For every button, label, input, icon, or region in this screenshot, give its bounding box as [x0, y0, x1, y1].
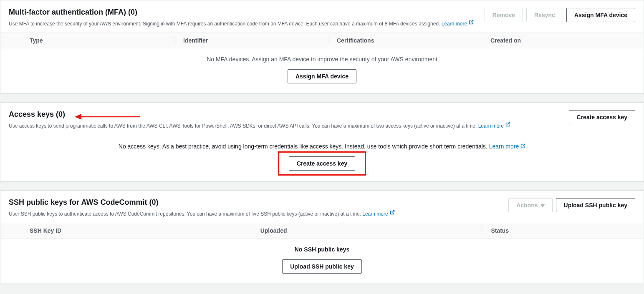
ssh-keys-learn-more-link[interactable]: Learn more	[362, 211, 388, 217]
ssh-keys-panel: SSH public keys for AWS CodeCommit (0) U…	[0, 190, 644, 284]
create-access-key-button[interactable]: Create access key	[569, 110, 635, 124]
access-keys-empty-learn-more-link[interactable]: Learn more	[489, 143, 519, 150]
mfa-title: Multi-factor authentication (MFA) (0)	[9, 8, 485, 17]
mfa-description: Use MFA to increase the security of your…	[9, 19, 485, 28]
ssh-col-id: SSH Key ID	[30, 227, 252, 234]
mfa-panel: Multi-factor authentication (MFA) (0) Us…	[0, 0, 644, 94]
caret-down-icon	[540, 201, 545, 209]
external-link-icon	[505, 121, 510, 129]
assign-mfa-device-empty-button[interactable]: Assign MFA device	[288, 69, 356, 83]
ssh-col-status: Status	[482, 227, 635, 234]
access-keys-title: Access keys (0)	[9, 110, 569, 119]
ssh-keys-description: User SSH public keys to authenticate acc…	[9, 209, 508, 218]
mfa-col-created: Created on	[482, 37, 635, 44]
ssh-col-uploaded: Uploaded	[252, 227, 482, 234]
mfa-col-type: Type	[30, 37, 174, 44]
resync-button[interactable]: Resync	[526, 8, 563, 22]
ssh-empty-message: No SSH public keys	[9, 246, 635, 253]
create-access-key-highlight: Create access key	[289, 156, 355, 171]
mfa-col-certifications: Certifications	[328, 37, 482, 44]
mfa-table-header: Type Identifier Certifications Created o…	[0, 33, 644, 48]
upload-ssh-key-button[interactable]: Upload SSH public key	[556, 198, 635, 212]
external-link-icon	[390, 209, 395, 217]
create-access-key-empty-button[interactable]: Create access key	[289, 156, 355, 171]
access-keys-header: Access keys (0) Use access keys to send …	[0, 103, 644, 135]
actions-dropdown-button[interactable]: Actions	[508, 198, 552, 212]
ssh-keys-title: SSH public keys for AWS CodeCommit (0)	[9, 198, 508, 207]
mfa-empty-message: No MFA devices. Assign an MFA device to …	[9, 56, 635, 63]
ssh-keys-header: SSH public keys for AWS CodeCommit (0) U…	[0, 191, 644, 223]
ssh-table-header: SSH Key ID Uploaded Status	[0, 223, 644, 239]
remove-button[interactable]: Remove	[485, 8, 523, 22]
access-keys-empty-message: No access keys. As a best practice, avoi…	[0, 135, 644, 150]
assign-mfa-device-button[interactable]: Assign MFA device	[566, 8, 635, 22]
external-link-icon	[520, 143, 525, 150]
mfa-col-identifier: Identifier	[174, 37, 328, 44]
mfa-empty-state: No MFA devices. Assign an MFA device to …	[0, 48, 644, 93]
ssh-empty-state: No SSH public keys Upload SSH public key	[0, 239, 644, 284]
access-keys-panel: Access keys (0) Use access keys to send …	[0, 102, 644, 182]
svg-marker-2	[540, 204, 545, 207]
mfa-panel-header: Multi-factor authentication (MFA) (0) Us…	[0, 0, 644, 33]
upload-ssh-key-empty-button[interactable]: Upload SSH public key	[282, 259, 361, 274]
access-keys-description: Use access keys to send programmatic cal…	[9, 121, 569, 130]
external-link-icon	[469, 19, 474, 27]
mfa-learn-more-link[interactable]: Learn more	[442, 21, 467, 27]
access-keys-learn-more-link[interactable]: Learn more	[478, 123, 504, 129]
